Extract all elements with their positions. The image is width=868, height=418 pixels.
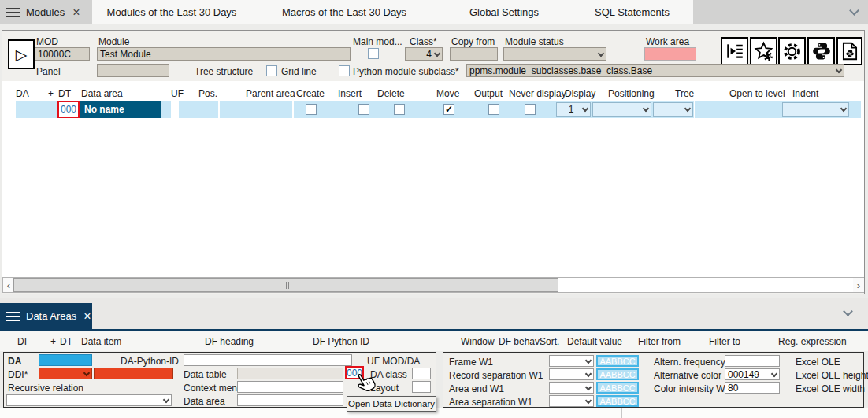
tooltip-text: Open Data Dictionary [348, 399, 435, 409]
mod-label: MOD [36, 36, 58, 47]
add-row-button[interactable]: + [48, 88, 54, 99]
col-di: DI [17, 336, 27, 347]
copy-from-input[interactable] [450, 47, 498, 61]
move-checkbox[interactable]: ✓ [443, 104, 454, 115]
col-positioning: Positioning [608, 88, 655, 99]
altern-frequency-input[interactable] [725, 355, 780, 367]
run-macro-list-button[interactable] [721, 37, 748, 65]
tab-macros-last-30-days[interactable]: Macros of the Last 30 Days [251, 0, 437, 24]
settings-button[interactable] [778, 37, 806, 65]
col-df-behav: DF behav. [499, 336, 541, 347]
python-subclass-value: ppms.module_subclasses.base_class.Base [469, 65, 652, 76]
row-dt-badge[interactable]: 000 [57, 101, 80, 118]
col-da: DA [16, 88, 29, 99]
tree-select[interactable] [653, 102, 693, 117]
run-module-button[interactable]: ▷ [8, 39, 35, 69]
scrollbar-thumb[interactable] [13, 278, 558, 292]
ddi-input[interactable] [94, 368, 173, 379]
run-macro-list-icon [725, 41, 745, 61]
row-data-area-cell[interactable]: No name [80, 101, 161, 118]
create-checkbox[interactable] [306, 104, 317, 115]
alternative-color-select[interactable]: 000149 [725, 368, 780, 380]
area-end-w1-select[interactable] [549, 382, 594, 394]
tab-modules-active[interactable]: Modules × [0, 0, 92, 24]
close-tab-icon[interactable]: × [83, 310, 91, 323]
frame-w1-select[interactable] [549, 355, 594, 367]
layout-input[interactable] [412, 381, 431, 393]
positioning-select[interactable] [592, 102, 651, 117]
ddi-select[interactable] [39, 368, 92, 379]
row-cell-pos[interactable] [179, 101, 218, 118]
record-separation-w1-color-chip[interactable]: AABBCC [596, 368, 639, 380]
col-insert: Insert [338, 88, 362, 99]
excel-ole-width-label: Excel OLE width [796, 383, 865, 394]
col-display: Display [565, 88, 595, 99]
scroll-right-button[interactable]: › [853, 278, 864, 292]
class-label: Class* [410, 36, 437, 47]
color-intensity-w1-input[interactable]: 80 [725, 382, 780, 394]
data-table-input[interactable] [237, 368, 343, 379]
grid-line-label: Grid line [281, 66, 317, 77]
tab-label: Macros of the Last 30 Days [282, 6, 406, 18]
data-area-input[interactable] [237, 394, 343, 406]
uf-mod-da-label: UF MOD/DA [367, 356, 420, 367]
row-cell-parent-area[interactable] [220, 101, 292, 118]
work-area-label: Work area [646, 36, 689, 47]
context-menu-input[interactable] [237, 381, 343, 393]
scroll-left-button[interactable]: ‹ [3, 278, 14, 292]
work-area-input[interactable] [644, 47, 696, 61]
module-status-select[interactable] [503, 47, 606, 61]
tab-modules-last-30-days[interactable]: Modules of the Last 30 Days [92, 0, 251, 24]
python-button[interactable] [807, 37, 835, 65]
tab-data-areas-active[interactable]: Data Areas × [0, 303, 92, 329]
add-item-button[interactable]: + [50, 336, 56, 347]
chevron-down-icon [582, 105, 588, 112]
da-input[interactable] [39, 354, 92, 366]
module-input[interactable]: Test Module [97, 47, 351, 61]
python-subclass-select[interactable]: ppms.module_subclasses.base_class.Base [466, 64, 844, 77]
star-gear-button[interactable] [750, 37, 777, 65]
chevron-down-icon [163, 396, 169, 402]
display-select[interactable]: 1 [556, 102, 591, 117]
tab-global-settings[interactable]: Global Settings [437, 0, 571, 24]
chevron-down-icon [585, 370, 592, 376]
chevron-down-icon [585, 357, 592, 363]
main-mod-checkbox[interactable] [368, 48, 379, 59]
indent-select[interactable] [782, 102, 849, 117]
excel-ole-label: Excel OLE [796, 357, 840, 368]
alternative-color-label: Alternative color ... [654, 370, 732, 381]
area-end-w1-label: Area end W1 [449, 383, 504, 394]
da-python-id-input[interactable] [184, 354, 352, 366]
never-display-checkbox[interactable] [525, 104, 536, 115]
tab-sql-statements[interactable]: SQL Statements [571, 0, 693, 24]
panel-input[interactable] [97, 64, 169, 77]
col-parent-area: Parent area [246, 88, 295, 99]
da-label: DA [8, 356, 21, 367]
insert-checkbox[interactable] [358, 104, 369, 115]
tooltip: Open Data Dictionary [347, 396, 436, 412]
da-class-input[interactable] [412, 368, 431, 379]
mod-input[interactable]: 10000C [35, 47, 90, 61]
col-dt: DT [58, 88, 71, 99]
bottom-tab-bar [0, 298, 868, 329]
frame-w1-color-chip[interactable]: AABBCC [596, 355, 639, 367]
python-file-button[interactable] [836, 37, 862, 65]
area-end-w1-color-chip[interactable]: AABBCC [596, 382, 639, 394]
output-checkbox[interactable] [488, 104, 499, 115]
close-tab-icon[interactable]: × [72, 6, 80, 19]
frame-w1-label: Frame W1 [449, 357, 493, 368]
chevron-down-icon [434, 50, 440, 56]
col-filter-to: Filter to [709, 336, 740, 347]
area-separation-w1-select[interactable] [549, 395, 594, 407]
module-status-label: Module status [505, 36, 564, 47]
python-subclass-checkbox[interactable] [339, 65, 350, 76]
area-separation-w1-color-chip[interactable]: AABBCC [596, 395, 639, 407]
recursive-relation-select[interactable] [6, 394, 172, 406]
record-separation-w1-select[interactable] [549, 368, 594, 380]
delete-checkbox[interactable] [394, 104, 405, 115]
color-intensity-w1-label: Color intensity W1 [654, 383, 730, 394]
grid-line-checkbox[interactable] [266, 65, 277, 76]
menu-icon[interactable] [6, 6, 20, 20]
menu-icon[interactable] [6, 309, 20, 324]
class-select[interactable]: 4 [405, 47, 443, 61]
